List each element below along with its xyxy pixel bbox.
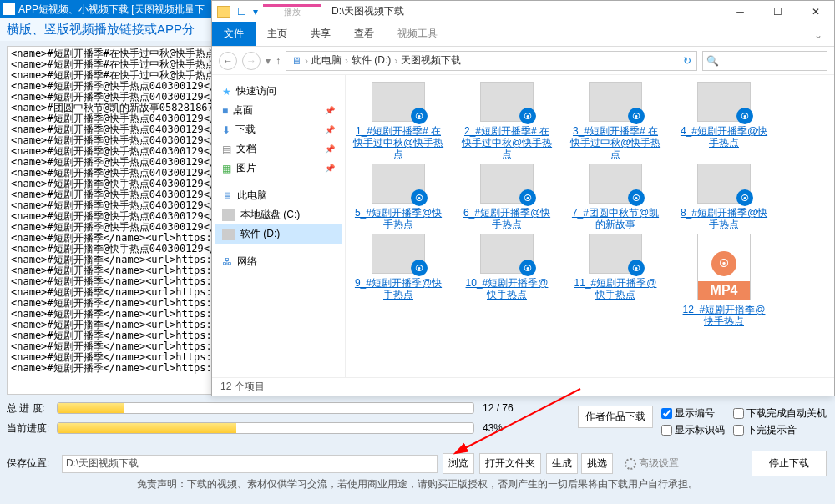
file-item[interactable]: ⦿8_#短剧开播季@快手热点 <box>678 164 770 230</box>
play-badge-icon: ⦿ <box>519 260 536 276</box>
file-item[interactable]: ⦿2_#短剧开播季# 在快手过中秋@快手热点 <box>461 82 553 160</box>
disclaimer-text: 免责声明：下载的视频、素材仅供学习交流，若使用商业用途，请购买正版授权，否则产生… <box>0 477 835 491</box>
close-button[interactable]: ✕ <box>797 3 834 20</box>
play-badge-icon: ⦿ <box>736 108 753 124</box>
file-item[interactable]: ⦿5_#短剧开播季@快手热点 <box>352 164 444 230</box>
play-badge-icon: ⦿ <box>411 260 428 276</box>
file-item[interactable]: ⦿9_#短剧开播季@快手热点 <box>352 234 444 327</box>
pic-icon: ▦ <box>222 163 231 174</box>
tab-video-tools[interactable]: 视频工具 <box>386 22 449 46</box>
network-icon: 🖧 <box>222 256 232 268</box>
file-item[interactable]: ⦿6_#短剧开播季@快手热点 <box>461 164 553 230</box>
star-icon: ★ <box>222 86 231 98</box>
stop-download-button[interactable]: 停止下载 <box>752 451 827 476</box>
play-badge-icon: ⦿ <box>519 189 536 206</box>
file-item[interactable]: ⦿7_#团圆中秋节@凯的新故事 <box>569 164 661 230</box>
nav-back-button[interactable]: ← <box>219 52 237 70</box>
file-item[interactable]: ⦿11_#短剧开播季@快手热点 <box>569 234 661 327</box>
advanced-settings-link[interactable]: 高级设置 <box>625 456 679 471</box>
file-item[interactable]: ⦿10_#短剧开播季@快手热点 <box>461 234 553 327</box>
pin-icon: 📌 <box>325 106 335 115</box>
sidebar-pictures[interactable]: ▦图片📌 <box>215 159 342 178</box>
maximize-button[interactable]: ☐ <box>759 3 797 20</box>
tab-file[interactable]: 文件 <box>212 22 256 46</box>
download-icon: ⬇ <box>222 124 230 136</box>
play-badge-icon: ⦿ <box>411 108 428 124</box>
doc-icon: ▤ <box>222 144 231 155</box>
breadcrumb-bar[interactable]: 🖥 › 此电脑 › 软件 (D:) › 天图视频下载 ↻ <box>286 51 697 71</box>
sound-checkbox[interactable]: 下完提示音 <box>733 422 827 437</box>
video-thumbnail: ⦿ <box>589 164 642 204</box>
sidebar-downloads[interactable]: ⬇下载📌 <box>215 120 342 139</box>
tab-view[interactable]: 查看 <box>342 22 386 46</box>
video-thumbnail: ⦿ <box>480 164 534 204</box>
current-progress-text: 43% <box>483 422 541 434</box>
nav-up-button[interactable]: ↑ <box>276 55 281 67</box>
explorer-title: D:\天图视频下载 <box>321 4 721 18</box>
current-progress-label: 当前进度: <box>7 421 57 436</box>
nav-history-icon[interactable]: ▾ <box>266 55 271 67</box>
disk-icon <box>222 229 235 240</box>
generate-button[interactable]: 生成 <box>546 453 578 474</box>
file-item[interactable]: ⦿1_#短剧开播季# 在快手过中秋@快手热点 <box>352 82 444 160</box>
author-works-button[interactable]: 作者作品下载 <box>578 406 653 428</box>
file-item[interactable]: ⦿MP412_#短剧开播季@快手热点 <box>678 234 770 327</box>
gear-icon <box>625 458 636 470</box>
sidebar-disk-d[interactable]: 软件 (D:) <box>215 224 342 244</box>
save-path-input[interactable] <box>62 455 438 473</box>
sidebar-documents[interactable]: ▤文档📌 <box>215 139 342 159</box>
sidebar-network[interactable]: 🖧网络 <box>215 252 342 271</box>
tab-home[interactable]: 主页 <box>256 22 299 46</box>
show-code-checkbox[interactable]: 显示标识码 <box>661 422 725 437</box>
play-badge-icon: ⦿ <box>519 108 536 124</box>
video-thumbnail: ⦿ <box>589 82 642 122</box>
qat-icon[interactable]: ▾ <box>253 6 258 18</box>
pc-icon: 🖥 <box>291 55 301 67</box>
file-view[interactable]: ⦿1_#短剧开播季# 在快手过中秋@快手热点⦿2_#短剧开播季# 在快手过中秋@… <box>346 75 834 377</box>
refresh-icon[interactable]: ↻ <box>683 55 691 67</box>
play-badge-icon: ⦿ <box>736 189 753 206</box>
explorer-sidebar: ★快速访问 ■桌面📌 ⬇下载📌 ▤文档📌 ▦图片📌 🖥此电脑 本地磁盘 (C:)… <box>212 75 346 377</box>
auto-shutdown-checkbox[interactable]: 下载完成自动关机 <box>733 406 827 421</box>
explorer-status-bar: 12 个项目 <box>212 377 834 396</box>
video-thumbnail: ⦿ <box>480 82 534 122</box>
video-thumbnail: ⦿ <box>697 82 751 122</box>
play-badge-icon: ⦿ <box>628 108 645 124</box>
total-progress-bar <box>57 402 474 414</box>
total-progress-label: 总 进 度: <box>7 401 57 416</box>
show-number-checkbox[interactable]: 显示编号 <box>661 406 725 421</box>
pin-icon: 📌 <box>325 144 335 154</box>
search-icon: 🔍 <box>706 55 719 67</box>
open-folder-button[interactable]: 打开文件夹 <box>479 453 541 474</box>
browse-button[interactable]: 浏览 <box>443 453 474 474</box>
pick-button[interactable]: 挑选 <box>581 453 613 474</box>
ribbon-expand-icon[interactable]: ⌄ <box>802 24 834 46</box>
search-input[interactable]: 🔍 <box>702 51 827 71</box>
nav-forward-button[interactable]: → <box>242 52 261 70</box>
app-title: APP短视频、小视频下载 [天图视频批量下 <box>18 3 205 17</box>
pin-icon: 📌 <box>325 164 335 173</box>
qat-icon[interactable]: ☐ <box>237 6 246 18</box>
play-badge-icon: ⦿ <box>628 260 645 276</box>
sidebar-quick-access[interactable]: ★快速访问 <box>215 82 342 101</box>
app-icon <box>3 3 15 15</box>
tab-share[interactable]: 共享 <box>299 22 342 46</box>
folder-icon <box>217 6 230 18</box>
sidebar-desktop[interactable]: ■桌面📌 <box>215 101 342 120</box>
sidebar-disk-c[interactable]: 本地磁盘 (C:) <box>215 205 342 224</box>
minimize-button[interactable]: ─ <box>721 3 759 20</box>
pc-icon: 🖥 <box>222 190 232 202</box>
video-thumbnail: ⦿ <box>480 234 534 274</box>
video-thumbnail: ⦿ <box>372 82 425 122</box>
save-path-label: 保存位置: <box>7 456 57 471</box>
file-item[interactable]: ⦿3_#短剧开播季# 在快手过中秋@快手热点 <box>569 82 661 160</box>
file-item[interactable]: ⦿4_#短剧开播季@快手热点 <box>678 82 770 160</box>
pin-icon: 📌 <box>325 125 335 134</box>
mp4-icon: ⦿MP4 <box>697 234 751 300</box>
video-thumbnail: ⦿ <box>372 234 425 274</box>
disk-icon <box>222 209 235 221</box>
current-progress-bar <box>57 422 474 434</box>
sidebar-this-pc[interactable]: 🖥此电脑 <box>215 186 342 205</box>
total-progress-text: 12 / 76 <box>483 402 541 414</box>
desktop-icon: ■ <box>222 105 228 117</box>
